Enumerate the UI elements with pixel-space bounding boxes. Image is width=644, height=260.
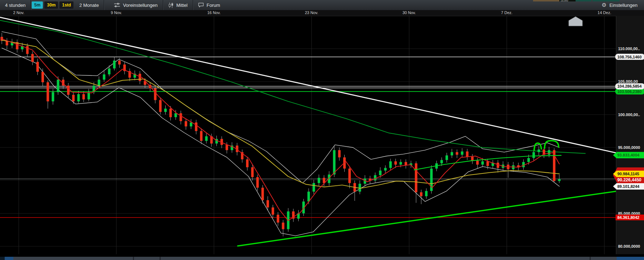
candle-body <box>425 191 428 197</box>
indicators-label: Mittel <box>176 3 188 8</box>
yellow-ma <box>2 40 559 188</box>
candle-body <box>67 85 70 95</box>
candle-body <box>313 183 315 192</box>
candle-body <box>277 215 279 222</box>
toolbar: 4 stunden 5m 30m 1std 2 Monate Voreinste… <box>0 0 644 10</box>
candle-body <box>272 207 274 215</box>
white-resistance-trendline[interactable] <box>0 17 617 153</box>
settings-button[interactable]: ⚙ Einstellungen <box>596 0 644 10</box>
candle-body <box>180 113 182 121</box>
candle-body <box>538 149 540 152</box>
timeframe-label: 4 stunden <box>5 3 26 8</box>
scrollbar-track[interactable] <box>0 257 644 260</box>
scrollbar-segment[interactable] <box>160 257 161 260</box>
scrollbar-segment[interactable] <box>590 257 591 260</box>
candle-body <box>72 95 75 101</box>
candle-body <box>159 100 162 112</box>
date-label: 14 Dez. <box>598 10 611 15</box>
time-axis[interactable]: 2 Nov.9 Nov.16 Nov.23 Nov.30 Nov.7 Dez.1… <box>0 10 644 16</box>
scrollbar-segment[interactable] <box>617 257 644 260</box>
candle-body <box>103 74 106 80</box>
range-button[interactable]: 2 Monate <box>74 0 104 10</box>
scrollbar-segment[interactable] <box>5 257 13 260</box>
candlestick-chart[interactable] <box>0 16 644 255</box>
candle-body <box>251 167 254 177</box>
speech-bubble-icon <box>198 3 204 8</box>
candle-body <box>195 123 197 131</box>
scrollbar-segment[interactable] <box>133 257 134 260</box>
candle-body <box>113 61 116 69</box>
date-label: 23 Nov. <box>305 10 318 15</box>
candle-body <box>481 161 484 164</box>
candle-body <box>82 94 85 100</box>
candle-body <box>333 150 336 175</box>
candle-body <box>394 161 397 164</box>
horizontal-scrollbar[interactable] <box>0 254 644 260</box>
candle-body <box>118 61 121 65</box>
trading-chart-app: 4 stunden 5m 30m 1std 2 Monate Voreinste… <box>0 0 644 260</box>
candle-body <box>267 200 269 207</box>
plot-area[interactable] <box>0 16 617 254</box>
timeframe-button[interactable]: 4 stunden <box>0 0 31 10</box>
candle-body <box>359 184 361 191</box>
candle-body <box>527 158 530 162</box>
price-pill-resistance-mid: 104.286,5854 <box>615 83 644 89</box>
candle-body <box>399 162 402 164</box>
candle-body <box>532 152 535 158</box>
candle-body <box>57 80 59 92</box>
forum-label: Forum <box>207 3 220 8</box>
scrollbar-segment[interactable] <box>0 257 5 260</box>
candle-body <box>558 179 560 181</box>
candle-body <box>471 157 474 161</box>
candle-body <box>108 69 111 74</box>
price-pill-red-support: 84.361,8042 <box>616 215 644 220</box>
price-pill-resistance-upper: 108.756,1460 <box>615 54 644 60</box>
sliders-icon <box>114 3 120 8</box>
candle-body <box>190 123 192 127</box>
range-label: 2 Monate <box>79 3 99 8</box>
candle-body <box>451 152 453 155</box>
gear-icon: ⚙ <box>601 2 606 8</box>
candle-body <box>389 161 392 168</box>
price-tick-label: 110.000,00.. <box>618 47 640 51</box>
red-ma <box>2 39 559 221</box>
candle-body <box>185 121 187 127</box>
candle-body <box>77 94 80 101</box>
candle-body <box>348 168 351 183</box>
slow-green-ma <box>0 20 585 153</box>
candle-body <box>466 151 469 157</box>
candle-body <box>487 161 489 166</box>
candle-body <box>446 155 448 160</box>
candle-body <box>440 160 443 163</box>
candle-body <box>256 177 259 188</box>
toolbar-separator <box>31 0 31 10</box>
candle-body <box>174 113 177 117</box>
candle-body <box>461 151 464 155</box>
indicators-button[interactable]: Mittel <box>163 0 193 10</box>
interval-button-30m[interactable]: 30m <box>44 1 58 9</box>
candle-body <box>169 109 172 117</box>
price-axis[interactable]: 110.000,00..105.000,00100.000,00..95.000… <box>616 16 644 255</box>
candle-body <box>548 150 550 155</box>
candlestick-icon <box>168 3 174 8</box>
date-label: 7 Dez. <box>501 10 513 15</box>
price-pill-lower-band: 89.101,8244 <box>613 183 644 190</box>
price-tick-label: 100.000,00.. <box>618 113 640 117</box>
candle-body <box>46 82 49 101</box>
candle-body <box>88 92 90 100</box>
candle-body <box>200 131 202 141</box>
candle-body <box>318 178 320 183</box>
presets-label: Voreinstellungen <box>123 3 157 8</box>
forum-button[interactable]: Forum <box>193 0 225 10</box>
interval-button-5m[interactable]: 5m <box>32 1 43 9</box>
candle-body <box>420 192 422 196</box>
price-pill-green-ma: 93.833,4004 <box>613 152 644 158</box>
candle-body <box>41 72 44 82</box>
candle-body <box>26 46 29 54</box>
date-label: 30 Nov. <box>402 10 416 15</box>
interval-button-1std[interactable]: 1std <box>59 1 73 9</box>
scroll-home-marker[interactable] <box>569 17 582 26</box>
drawn-arc-annotation[interactable] <box>534 143 541 150</box>
candle-body <box>225 145 228 150</box>
presets-button[interactable]: Voreinstellungen <box>109 0 162 10</box>
